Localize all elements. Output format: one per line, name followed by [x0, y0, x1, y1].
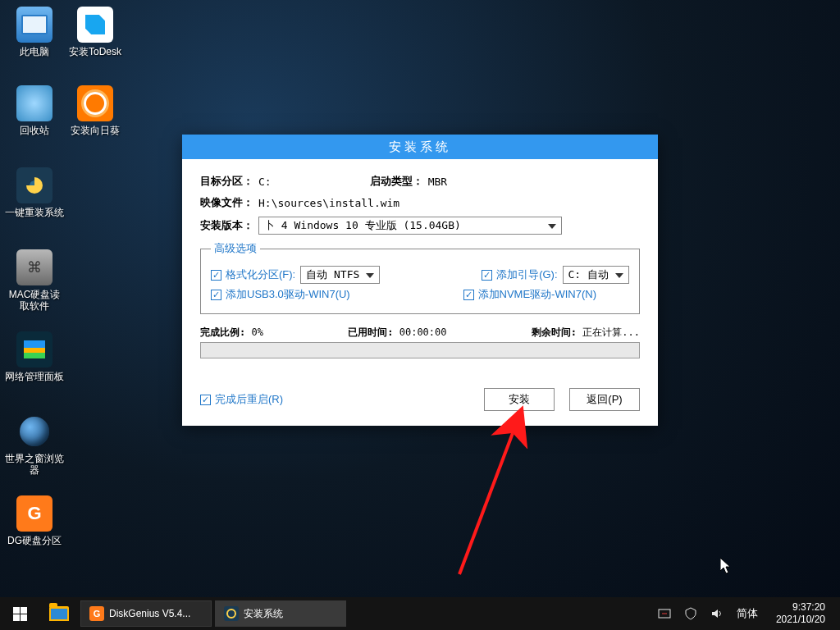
tray-ime-indicator[interactable]: 简体	[737, 606, 758, 621]
sunflower-icon	[77, 85, 113, 121]
checkbox-icon	[211, 290, 221, 300]
progress-bar	[200, 342, 640, 358]
elapsed-label: 已用时间:	[348, 326, 393, 338]
svg-point-1	[227, 609, 235, 618]
dialog-title: 安装系统	[389, 139, 451, 153]
nvme-driver-checkbox[interactable]: 添加NVME驱动-WIN7(N)	[463, 287, 596, 302]
boot-type-label: 启动类型：	[370, 174, 423, 189]
format-partition-checkbox[interactable]: 格式化分区(F):	[211, 267, 295, 282]
desktop-icon-todesk[interactable]: 安装ToDesk	[66, 7, 125, 57]
desktop-icon-label: 回收站	[5, 125, 64, 136]
reboot-after-checkbox[interactable]: 完成后重启(R)	[200, 392, 283, 407]
taskbar-task-installer[interactable]: 安装系统	[215, 600, 346, 627]
checkbox-icon	[211, 270, 221, 281]
cursor-icon	[720, 558, 733, 576]
taskbar-file-explorer[interactable]	[39, 597, 79, 630]
clock-time: 9:37:20	[776, 601, 825, 614]
dialog-body: 目标分区： C: 启动类型： MBR 映像文件： H:\sources\inst…	[182, 159, 658, 426]
tray-network-icon[interactable]	[658, 607, 671, 620]
desktop-icon-mac[interactable]: MAC硬盘读 取软件	[5, 249, 64, 312]
desktop-icon-label: 网络管理面板	[5, 371, 64, 382]
advanced-options-group: 高级选项 格式化分区(F): 自动 NTFS 添加引导(G):	[200, 241, 640, 314]
install-version-value: 卜 4 Windows 10 专业版 (15.04GB)	[264, 218, 461, 233]
checkbox-icon	[463, 290, 474, 300]
system-tray: 简体 9:37:20 2021/10/20	[651, 601, 840, 626]
add-boot-label: 添加引导(G):	[496, 267, 557, 282]
checkbox-icon	[200, 395, 211, 405]
diskgenius-icon: G	[89, 606, 104, 621]
advanced-options-legend: 高级选项	[211, 241, 260, 256]
start-button[interactable]	[0, 597, 39, 630]
taskbar-task-diskgenius[interactable]: G DiskGenius V5.4...	[80, 600, 212, 627]
format-type-select[interactable]: 自动 NTFS	[300, 266, 380, 284]
progress-pct-value: 0%	[251, 326, 262, 338]
desktop-icon-label: MAC硬盘读 取软件	[5, 289, 64, 312]
target-partition-value: C:	[258, 176, 272, 188]
dialog-titlebar[interactable]: 安装系统	[182, 135, 658, 159]
diskgenius-icon	[16, 495, 52, 532]
desktop-icon-browser[interactable]: 世界之窗浏览 器	[5, 413, 64, 476]
installer-dialog: 安装系统 目标分区： C: 启动类型： MBR 映像文件： H:\sources…	[182, 135, 658, 426]
tray-clock[interactable]: 9:37:20 2021/10/20	[771, 601, 833, 626]
installer-icon	[224, 606, 239, 621]
target-partition-label: 目标分区：	[200, 174, 253, 189]
back-button[interactable]: 返回(P)	[569, 388, 640, 411]
format-type-value: 自动 NTFS	[306, 267, 359, 282]
desktop-icon-label: 安装向日葵	[66, 125, 125, 136]
todesk-icon	[77, 7, 113, 43]
taskbar: G DiskGenius V5.4... 安装系统 简体 9:37:20 202…	[0, 597, 840, 630]
clock-date: 2021/10/20	[776, 614, 825, 626]
taskbar-task-label: 安装系统	[244, 607, 283, 621]
mac-icon	[16, 249, 52, 285]
file-explorer-icon	[49, 606, 69, 621]
image-file-value: H:\sources\install.wim	[258, 197, 399, 209]
boot-drive-value: C: 自动	[568, 267, 609, 282]
desktop-icon-sunflower[interactable]: 安装向日葵	[66, 85, 125, 136]
usb3-driver-checkbox[interactable]: 添加USB3.0驱动-WIN7(U)	[211, 287, 350, 302]
boot-drive-select[interactable]: C: 自动	[563, 266, 629, 284]
desktop-icon-dg[interactable]: DG硬盘分区	[5, 495, 64, 546]
format-partition-label: 格式化分区(F):	[226, 267, 295, 282]
install-version-label: 安装版本：	[200, 218, 253, 233]
taskbar-task-label: DiskGenius V5.4...	[109, 608, 190, 619]
install-button[interactable]: 安装	[484, 388, 555, 411]
desktop-icon-label: 一键重装系统	[5, 207, 64, 218]
install-version-select[interactable]: 卜 4 Windows 10 专业版 (15.04GB)	[258, 217, 562, 235]
desktop-icon-thispc[interactable]: 此电脑	[5, 7, 64, 57]
desktop-icon-reinstall[interactable]: 一键重装系统	[5, 167, 64, 218]
desktop-icon-label: 此电脑	[5, 46, 64, 57]
boot-type-value: MBR	[428, 176, 447, 188]
desktop-icon-network[interactable]: 网络管理面板	[5, 331, 64, 382]
remaining-value: 正在计算...	[582, 326, 640, 338]
windows-icon	[13, 607, 27, 621]
progress-stats: 完成比例: 0% 已用时间: 00:00:00 剩余时间: 正在计算...	[200, 326, 640, 340]
add-boot-checkbox[interactable]: 添加引导(G):	[482, 267, 557, 282]
reboot-after-label: 完成后重启(R)	[215, 392, 283, 407]
remaining-label: 剩余时间:	[532, 326, 577, 338]
desktop-icon-label: DG硬盘分区	[5, 535, 64, 546]
tray-volume-icon[interactable]	[710, 607, 724, 620]
usb3-driver-label: 添加USB3.0驱动-WIN7(U)	[226, 287, 350, 302]
nvme-driver-label: 添加NVME驱动-WIN7(N)	[478, 287, 596, 302]
thispc-icon	[16, 7, 52, 43]
browser-icon	[16, 413, 52, 450]
desktop-icon-label: 世界之窗浏览 器	[5, 453, 64, 476]
progress-pct-label: 完成比例:	[200, 326, 245, 338]
checkbox-icon	[482, 270, 492, 281]
network-icon	[16, 331, 52, 368]
tray-security-icon[interactable]	[684, 607, 697, 620]
elapsed-value: 00:00:00	[399, 326, 447, 338]
image-file-label: 映像文件：	[200, 195, 253, 210]
desktop-icon-recycle[interactable]: 回收站	[5, 85, 64, 136]
desktop-icon-label: 安装ToDesk	[66, 46, 125, 57]
reinstall-icon	[16, 167, 52, 203]
recycle-icon	[16, 85, 52, 121]
